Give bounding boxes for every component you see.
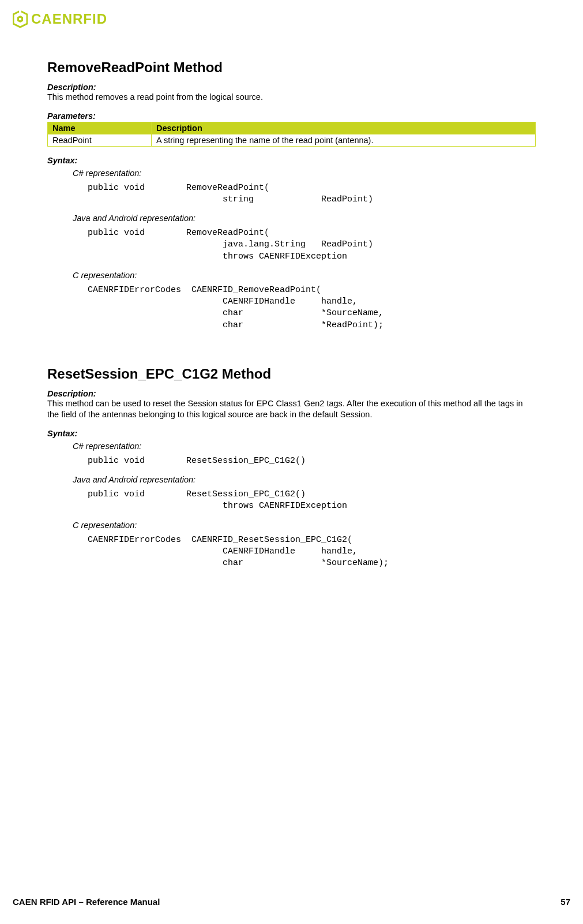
description-text: This method removes a read point from th…: [47, 92, 536, 103]
method-title: RemoveReadPoint Method: [47, 59, 536, 76]
page-footer: CAEN RFID API – Reference Manual 57: [13, 897, 570, 907]
th-name: Name: [48, 122, 152, 134]
brand-name: CAENRFID: [31, 11, 107, 27]
code-java: public void RemoveReadPoint( java.lang.S…: [88, 227, 536, 263]
code-c: CAENRFIDErrorCodes CAENRFID_RemoveReadPo…: [88, 285, 536, 331]
page-number: 57: [561, 897, 570, 907]
parameters-label: Parameters:: [47, 111, 536, 121]
brand-badge-icon: [13, 10, 28, 28]
code-c: CAENRFIDErrorCodes CAENRFID_ResetSession…: [88, 534, 536, 570]
description-text: This method can be used to reset the Ses…: [47, 398, 536, 421]
method-title: ResetSession_EPC_C1G2 Method: [47, 366, 536, 382]
rep-label-java: Java and Android representation:: [73, 475, 536, 484]
description-label: Description:: [47, 83, 536, 92]
cell-description: A string representing the name of the re…: [152, 134, 536, 146]
code-java: public void ResetSession_EPC_C1G2() thro…: [88, 489, 536, 512]
table-header-row: Name Description: [48, 122, 536, 134]
cell-name: ReadPoint: [48, 134, 152, 146]
footer-title: CAEN RFID API – Reference Manual: [13, 897, 160, 907]
method-removereadpoint: RemoveReadPoint Method Description: This…: [47, 59, 536, 331]
table-row: ReadPoint A string representing the name…: [48, 134, 536, 146]
code-csharp: public void RemoveReadPoint( string Read…: [88, 182, 536, 206]
page-content: RemoveReadPoint Method Description: This…: [13, 28, 570, 569]
rep-label-c: C representation:: [73, 271, 536, 280]
syntax-label: Syntax:: [47, 156, 536, 165]
brand-logo: CAENRFID: [13, 10, 570, 28]
parameters-table: Name Description ReadPoint A string repr…: [47, 122, 536, 147]
svg-point-3: [19, 18, 21, 20]
code-csharp: public void ResetSession_EPC_C1G2(): [88, 455, 536, 467]
syntax-label: Syntax:: [47, 429, 536, 438]
rep-label-csharp: C# representation:: [73, 169, 536, 178]
method-resetsession: ResetSession_EPC_C1G2 Method Description…: [47, 366, 536, 570]
svg-rect-2: [19, 10, 21, 14]
rep-label-csharp: C# representation:: [73, 442, 536, 451]
th-description: Description: [152, 122, 536, 134]
rep-label-c: C representation:: [73, 521, 536, 530]
rep-label-java: Java and Android representation:: [73, 214, 536, 223]
description-label: Description:: [47, 389, 536, 398]
